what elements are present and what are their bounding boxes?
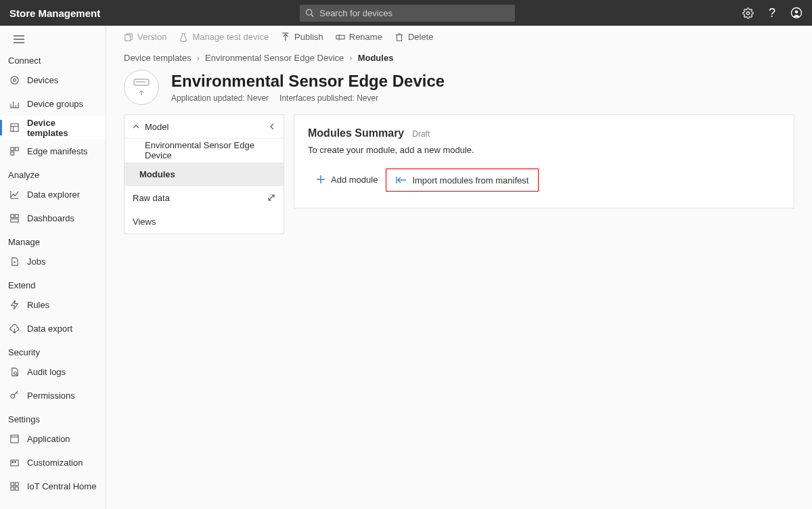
svg-rect-47	[336, 35, 344, 39]
sidebar: ConnectDevicesDevice groupsDevice templa…	[0, 26, 106, 509]
tree-rawdata-node[interactable]: Raw data	[125, 186, 284, 210]
toolbar-rename[interactable]: Rename	[336, 32, 382, 42]
svg-rect-18	[10, 148, 14, 151]
svg-rect-49	[397, 35, 401, 41]
nav-section-label: Extend	[0, 273, 106, 293]
tree-model-header[interactable]: Model	[125, 115, 284, 139]
device-template-icon	[124, 70, 159, 105]
sidebar-item-customization[interactable]: Customization	[0, 451, 106, 474]
svg-rect-15	[10, 124, 18, 131]
svg-point-29	[14, 372, 16, 375]
svg-rect-20	[10, 152, 14, 155]
breadcrumb-device-templates[interactable]: Device templates	[124, 53, 191, 63]
panel-help-text: To create your module, add a new module.	[308, 145, 780, 155]
sidebar-item-jobs[interactable]: Jobs	[0, 250, 106, 273]
sidebar-item-device-templates[interactable]: Device templates	[0, 116, 106, 139]
svg-rect-43	[125, 35, 131, 41]
hamburger-icon[interactable]	[0, 26, 106, 49]
meta-updated: Application updated: Never	[171, 93, 269, 103]
settings-icon[interactable]	[742, 7, 754, 19]
chevron-left-icon[interactable]	[269, 123, 275, 130]
sidebar-item-data-export[interactable]: Data export	[0, 317, 106, 340]
draft-badge: Draft	[412, 129, 430, 139]
chevron-up-icon	[133, 123, 139, 130]
add-module-button[interactable]: Add module	[308, 169, 386, 190]
cloud-out-icon	[8, 324, 20, 334]
svg-rect-23	[10, 215, 14, 218]
toolbar-publish[interactable]: Publish	[281, 32, 323, 42]
breadcrumb-device[interactable]: Environmental Sensor Edge Device	[205, 53, 344, 63]
tree-modules-node[interactable]: Modules	[125, 162, 284, 186]
import-highlight: Import modules from manifest	[386, 169, 539, 192]
chevron-right-icon: ›	[197, 53, 200, 63]
nav-section-label: Security	[0, 340, 106, 360]
sidebar-item-data-explorer[interactable]: Data explorer	[0, 183, 106, 206]
sidebar-item-label: Rules	[27, 300, 49, 310]
sidebar-item-label: Device templates	[27, 118, 97, 138]
svg-rect-42	[15, 487, 18, 490]
nav-section-label: Analyze	[0, 163, 106, 183]
app-title: Store Management	[9, 7, 100, 19]
help-icon[interactable]: ?	[766, 7, 778, 19]
search-box[interactable]	[300, 5, 515, 22]
sidebar-item-application[interactable]: Application	[0, 427, 106, 451]
svg-rect-34	[10, 435, 18, 443]
palette-icon	[8, 458, 20, 468]
expand-icon[interactable]	[267, 194, 275, 202]
svg-rect-25	[10, 219, 18, 222]
chevron-right-icon: ›	[349, 53, 352, 63]
search-input[interactable]	[319, 8, 510, 18]
sidebar-item-permissions[interactable]: Permissions	[0, 384, 106, 407]
sidebar-item-device-groups[interactable]: Device groups	[0, 92, 106, 116]
sidebar-item-label: Application	[27, 434, 70, 444]
svg-point-2	[746, 12, 749, 14]
svg-line-1	[311, 14, 313, 16]
sidebar-item-label: Customization	[27, 458, 83, 468]
sidebar-item-label: Devices	[27, 75, 58, 85]
svg-point-9	[13, 79, 16, 82]
sidebar-item-devices[interactable]: Devices	[0, 68, 106, 92]
topbar: Store Management ?	[0, 0, 812, 26]
tree-views-node[interactable]: Views	[125, 210, 284, 234]
sidebar-item-label: IoT Central Home	[27, 481, 96, 491]
main: Version Manage test device Publish Renam…	[106, 26, 812, 509]
nav-section-label: Manage	[0, 230, 106, 250]
svg-point-38	[14, 462, 16, 463]
sidebar-item-label: Permissions	[27, 391, 75, 401]
toolbar-delete[interactable]: Delete	[394, 32, 434, 42]
bolt-icon	[8, 300, 20, 310]
svg-point-4	[795, 10, 798, 14]
svg-point-37	[12, 462, 13, 463]
sidebar-item-label: Audit logs	[27, 367, 66, 377]
modules-panel: Modules Summary Draft To create your mod…	[294, 114, 794, 208]
import-modules-button[interactable]: Import modules from manifest	[388, 169, 537, 191]
sidebar-item-edge-manifests[interactable]: Edge manifests	[0, 139, 106, 163]
svg-marker-27	[11, 301, 17, 309]
search-icon	[305, 8, 314, 18]
svg-point-0	[307, 9, 312, 15]
sidebar-item-iot-central-home[interactable]: IoT Central Home	[0, 474, 106, 498]
app-grid-icon	[8, 434, 20, 444]
page-title: Environmental Sensor Edge Device	[171, 72, 445, 91]
meta-published: Interfaces published: Never	[279, 93, 378, 103]
svg-rect-24	[15, 215, 18, 218]
breadcrumb: Device templates › Environmental Sensor …	[124, 53, 794, 63]
doc-search-icon	[8, 367, 20, 377]
plus-icon	[316, 175, 325, 184]
toolbar-version: Version	[124, 32, 166, 42]
account-icon[interactable]	[790, 7, 803, 19]
tree-root-node[interactable]: Environmental Sensor Edge Device	[125, 139, 284, 162]
svg-rect-39	[10, 483, 14, 486]
page-header: Environmental Sensor Edge Device Applica…	[124, 70, 794, 105]
svg-point-8	[10, 76, 18, 84]
sidebar-item-rules[interactable]: Rules	[0, 293, 106, 317]
sidebar-item-dashboards[interactable]: Dashboards	[0, 206, 106, 230]
toolbar-manage-test: Manage test device	[179, 32, 269, 42]
sidebar-item-label: Data explorer	[27, 190, 80, 200]
nav-section-label: Settings	[0, 407, 106, 427]
sidebar-item-audit-logs[interactable]: Audit logs	[0, 360, 106, 384]
svg-line-33	[16, 393, 18, 394]
template-icon	[8, 123, 20, 133]
sidebar-item-label: Data export	[27, 324, 72, 334]
svg-rect-19	[15, 148, 18, 151]
